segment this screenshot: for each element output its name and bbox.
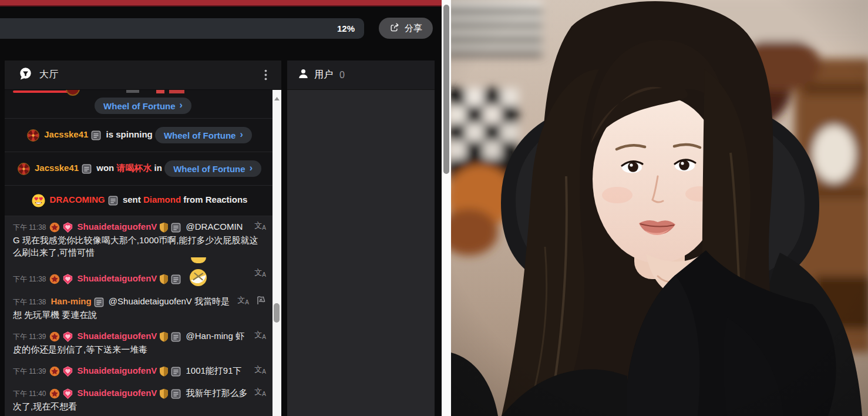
chevron-right-icon: › (180, 100, 183, 110)
text-fragment (156, 90, 164, 93)
heart-icon (62, 222, 73, 233)
star-icon (49, 388, 60, 399)
username[interactable]: ShuaidetaiguofenV (77, 331, 157, 341)
username[interactable]: Jacsske41 (44, 129, 88, 139)
message-text: 1001能打91下 (183, 365, 241, 375)
wheel-avatar-icon (18, 163, 30, 175)
translate-icon[interactable]: 文A (254, 221, 266, 232)
wheel-of-fortune-pill[interactable]: Wheel of Fortune› (155, 127, 252, 143)
chat-header: 大厅 (5, 61, 281, 90)
note-icon (171, 367, 181, 377)
chevron-right-icon: › (240, 129, 243, 140)
shield-icon (159, 222, 169, 233)
user-panel-title: 用户 (314, 69, 333, 81)
highlighted-text: Diamond (143, 194, 181, 204)
user-icon (298, 68, 309, 82)
flag-icon[interactable] (256, 296, 266, 307)
message-text: in (152, 163, 164, 173)
star-icon (49, 366, 60, 377)
username[interactable]: Han-ming (51, 296, 91, 306)
wheel-of-fortune-pill[interactable]: Wheel of Fortune› (164, 160, 261, 177)
user-panel: 用户 0 (287, 61, 435, 416)
chat-message: 文A下午 11:40ShuaidetaiguofenV 我新年打那么多次了,现在… (5, 383, 281, 416)
user-panel-header: 用户 0 (287, 61, 435, 90)
username[interactable]: ShuaidetaiguofenV (77, 273, 157, 283)
kebab-menu-icon[interactable] (262, 67, 270, 83)
share-button[interactable]: 分享 (379, 18, 433, 39)
chat-panel: 大厅 Wheel of Fortune›Jacsske41 is spinnin… (5, 61, 281, 416)
message-actions: 文A (254, 387, 266, 398)
timestamp: 下午 11:38 (13, 275, 46, 283)
message-text: is spinning (103, 129, 155, 139)
username[interactable]: ShuaidetaiguofenV (77, 388, 157, 398)
page-scrollbar-thumb[interactable] (443, 5, 449, 174)
timestamp: 下午 11:39 (13, 333, 46, 341)
message-text: sent (120, 194, 143, 204)
translate-icon[interactable]: 文A (254, 268, 266, 279)
translate-icon[interactable]: 文A (254, 365, 266, 376)
left-region: 12% 分享 大厅 Wheel of Fortune›Jacsske41 is … (0, 0, 442, 416)
pill-label: Wheel of Fortune (164, 130, 236, 140)
user-list-empty (287, 90, 435, 416)
wheel-of-fortune-pill[interactable]: Wheel of Fortune› (95, 98, 191, 114)
highlighted-text: 请喝杯水 (116, 163, 152, 173)
timestamp: 下午 11:38 (13, 223, 46, 232)
page-scrollbar[interactable] (442, 0, 451, 416)
chevron-right-icon: › (250, 163, 253, 173)
text-fragment (169, 90, 184, 93)
app-root: 12% 分享 大厅 Wheel of Fortune›Jacsske41 is … (0, 0, 868, 416)
scroll-up-arrow-icon[interactable] (274, 93, 280, 103)
chat-title: 大厅 (39, 69, 59, 81)
system-message: DRACOMING sent Diamond from Reactions (5, 186, 281, 216)
chat-message-list: Wheel of Fortune›Jacsske41 is spinning W… (5, 90, 281, 416)
timestamp: 下午 11:39 (13, 367, 46, 375)
heart-icon (62, 274, 73, 284)
heart-icon (62, 331, 73, 342)
stream-progress-strip (0, 0, 442, 5)
username[interactable]: ShuaidetaiguofenV (77, 365, 157, 375)
timestamp: 下午 11:38 (13, 298, 46, 306)
chat-scrollbar-thumb[interactable] (274, 303, 280, 323)
user-count: 0 (339, 70, 345, 80)
wheel-avatar-fragment (66, 90, 80, 96)
chat-message: 文A下午 11:38ShuaidetaiguofenV (5, 263, 281, 291)
progress-bar: 12% (0, 18, 364, 39)
username[interactable]: ShuaidetaiguofenV (77, 222, 157, 232)
note-icon (108, 196, 118, 206)
note-icon (171, 332, 181, 342)
message-actions: 文A (237, 296, 266, 307)
system-message: Jacsske41 won 请喝杯水 in Wheel of Fortune› (5, 152, 281, 186)
heart-icon (62, 366, 73, 377)
translate-icon[interactable]: 文A (237, 296, 249, 307)
message-actions: 文A (254, 221, 266, 232)
username[interactable]: Jacsske41 (35, 163, 79, 173)
message-text: won (94, 163, 116, 173)
chat-message: 文A下午 11:38Han-ming @ShuaidetaiguofenV 我當… (5, 291, 281, 326)
note-icon (171, 223, 181, 233)
message-actions: 文A (254, 365, 266, 376)
note-icon (91, 130, 101, 140)
heart-eyes-avatar-icon (32, 194, 45, 207)
chat-message: 文A下午 11:39ShuaidetaiguofenV 1001能打91下 (5, 360, 281, 383)
chat-scrollbar[interactable] (272, 90, 281, 416)
star-icon (49, 331, 60, 342)
message-actions: 文A (254, 268, 266, 279)
shield-icon (159, 331, 169, 342)
toolbar: 12% 分享 (0, 18, 442, 39)
system-message-cut: Wheel of Fortune› (5, 90, 281, 119)
pill-label: Wheel of Fortune (173, 164, 245, 174)
note-icon (82, 164, 92, 174)
note-icon (171, 274, 181, 284)
message-text: from Reactions (181, 194, 247, 204)
pill-label: Wheel of Fortune (103, 101, 176, 111)
translate-icon[interactable]: 文A (254, 387, 266, 398)
username[interactable]: DRACOMING (50, 194, 105, 204)
shield-icon (159, 388, 169, 399)
star-icon (49, 222, 60, 233)
stream-progress-strip-shadow (0, 5, 442, 6)
timestamp: 下午 11:40 (13, 390, 46, 398)
chat-message: 文A下午 11:39ShuaidetaiguofenV @Han-ming 虾皮… (5, 326, 281, 360)
translate-icon[interactable]: 文A (254, 330, 266, 341)
heart-icon (62, 388, 73, 399)
note-icon (94, 297, 104, 307)
